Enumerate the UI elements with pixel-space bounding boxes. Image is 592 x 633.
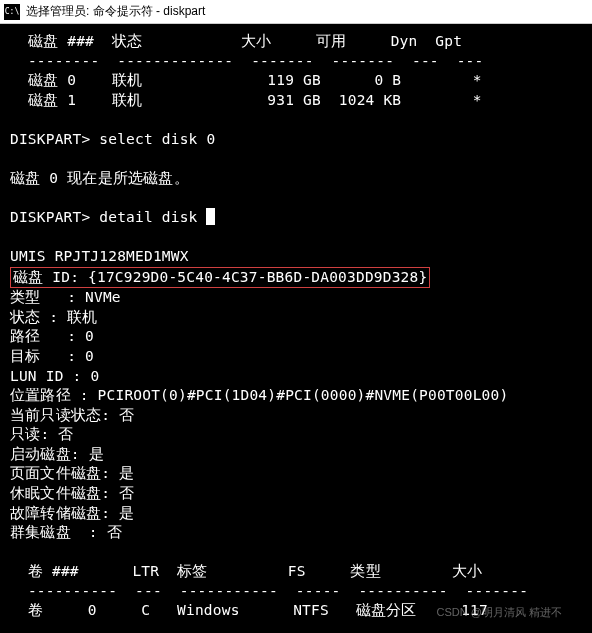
window-title: 选择管理员: 命令提示符 - diskpart [26,3,205,20]
disk-id-highlight: 磁盘 ID: {17C929D0-5C40-4C37-BB6D-DA003DD9… [10,267,430,289]
table-row: 磁盘 0 [28,72,76,88]
th-size: 大小 [241,33,271,49]
terminal-content: 磁盘 ### 状态 大小 可用 Dyn Gpt -------- -------… [0,24,592,629]
th-size: 大小 [452,563,482,579]
cursor [206,208,215,225]
command-text: select disk 0 [99,131,215,147]
response-text: 磁盘 0 现在是所选磁盘。 [10,170,189,186]
th-dyn: Dyn [391,33,418,49]
th-fs: FS [288,563,306,579]
prompt-prefix: DISKPART> [10,209,90,225]
table-row: 卷 0 [28,602,97,618]
th-status: 状态 [112,33,142,49]
th-gpt: Gpt [435,33,462,49]
th-label: 标签 [177,563,207,579]
disk-model: UMIS RPJTJ128MED1MWX [10,248,189,264]
th-ltr: LTR [132,563,159,579]
window-title-bar[interactable]: C:\ 选择管理员: 命令提示符 - diskpart [0,0,592,24]
prompt-prefix: DISKPART> [10,131,90,147]
th-free: 可用 [316,33,346,49]
th-vol: 卷 ### [28,563,79,579]
command-text: detail disk [99,209,197,225]
th-type: 类型 [350,563,380,579]
th-disk: 磁盘 ### [28,33,94,49]
table-row: 磁盘 1 [28,92,76,108]
cmd-icon: C:\ [4,4,20,20]
watermark-text: CSDN @明月清风 精进不 [437,605,562,620]
